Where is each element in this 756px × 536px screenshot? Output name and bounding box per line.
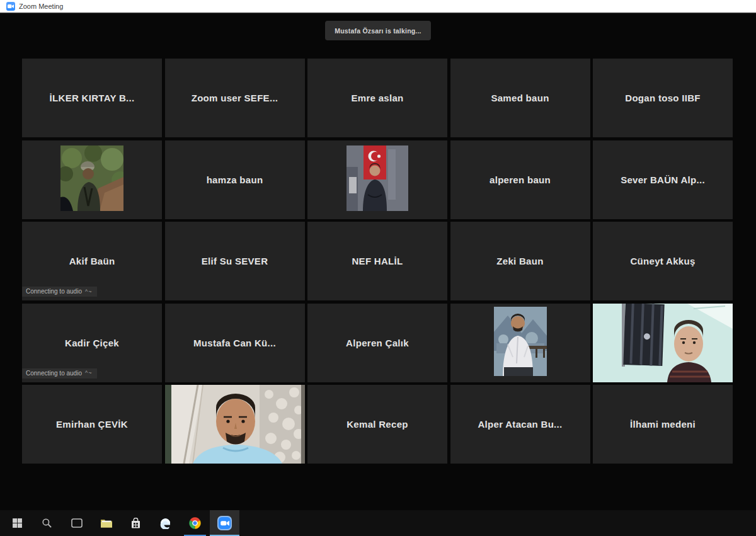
participant-name-label: Kadir Çiçek (65, 338, 119, 348)
file-explorer-icon (100, 518, 113, 528)
taskbar-button-search[interactable] (32, 510, 62, 536)
participant-tile[interactable]: İlhami medeni (593, 385, 733, 464)
participant-tile[interactable]: Alperen Çalık (307, 304, 447, 382)
participant-tile[interactable]: Zoom user SEFE... (165, 59, 305, 137)
participant-name-label: Elif Su SEVER (202, 256, 268, 266)
connecting-spinner-icon: ^~ (85, 288, 92, 295)
participant-tile[interactable]: Mustafa Can Kü... (165, 304, 305, 382)
participant-name-label: Mustafa Can Kü... (193, 338, 276, 348)
man-white-shirt-mountain-avatar (494, 307, 547, 379)
taskbar-button-microsoft-store[interactable] (121, 510, 151, 536)
participant-name-label: Zeki Baun (496, 256, 543, 266)
participant-tile[interactable]: Kemal Recep (307, 385, 447, 464)
participant-tile[interactable]: Samed baun (450, 59, 590, 137)
taskbar-button-task-view[interactable] (62, 510, 91, 536)
taskbar-button-windows-start[interactable] (3, 510, 32, 536)
participant-name-label: Akif Baün (69, 256, 115, 266)
participant-tile[interactable]: Emre aslan (307, 59, 447, 137)
microsoft-store-icon (130, 518, 141, 529)
windows-taskbar (0, 510, 756, 536)
meeting-stage: Mustafa Özsarı is talking... İLKER KIRTA… (0, 14, 756, 510)
participant-tile[interactable]: Cüneyt Akkuş (593, 222, 733, 300)
man-with-cap-outdoors-avatar (60, 145, 123, 214)
participant-name-label: Alperen Çalık (346, 338, 409, 348)
participant-tile[interactable]: İLKER KIRTAY B... (22, 59, 162, 137)
man-blue-hoodie-video (165, 385, 305, 464)
zoom-camera-icon (6, 2, 15, 11)
participant-name-label: alperen baun (490, 174, 551, 185)
taskbar-button-chrome[interactable] (180, 510, 210, 536)
window-title-bar: Zoom Meeting (0, 0, 756, 14)
participant-tile[interactable] (22, 140, 162, 219)
connecting-to-audio-text: Connecting to audio (26, 288, 82, 295)
participant-name-label: Dogan toso IIBF (625, 93, 701, 103)
participant-name-label: Samed baun (491, 93, 549, 103)
zoom-icon (217, 515, 232, 531)
participant-tile[interactable]: alperen baun (450, 140, 590, 219)
participant-tile[interactable]: Emirhan ÇEVİK (22, 385, 162, 464)
participant-tile[interactable]: Sever BAÜN Alp... (593, 140, 733, 219)
participant-tile[interactable] (450, 304, 590, 382)
participant-tile[interactable]: NEF HALİL (307, 222, 447, 300)
windows-start-icon (12, 518, 23, 528)
search-icon (42, 518, 52, 528)
chrome-icon (188, 516, 202, 530)
participant-tile[interactable] (165, 385, 305, 464)
man-in-cyan-room-video (593, 304, 733, 382)
participant-tile[interactable] (593, 304, 733, 382)
participant-name-label: hamza baun (207, 174, 263, 185)
participant-name-label: Zoom user SEFE... (192, 93, 278, 103)
participant-tile[interactable]: hamza baun (165, 140, 305, 219)
connecting-to-audio-status: Connecting to audio^~ (22, 287, 97, 297)
participant-name-label: Cüneyt Akkuş (630, 256, 695, 266)
participant-name-label: Alper Atacan Bu... (478, 419, 562, 430)
connecting-to-audio-text: Connecting to audio (26, 370, 82, 377)
participant-tile[interactable]: Dogan toso IIBF (593, 59, 733, 137)
edge-icon (159, 517, 171, 529)
connecting-spinner-icon: ^~ (85, 370, 92, 376)
taskbar-button-zoom[interactable] (210, 510, 239, 536)
active-speaker-toast: Mustafa Özsarı is talking... (325, 21, 431, 40)
participant-name-label: Emre aslan (351, 93, 403, 103)
task-view-icon (71, 518, 83, 528)
participant-name-label: Emirhan ÇEVİK (56, 419, 128, 430)
window-title: Zoom Meeting (19, 3, 63, 10)
active-speaker-text: Mustafa Özsarı is talking... (335, 27, 421, 35)
man-turkish-flag-avatar (346, 145, 408, 214)
participant-tile[interactable]: Kadir ÇiçekConnecting to audio^~ (22, 304, 162, 382)
taskbar-button-edge[interactable] (151, 510, 180, 536)
participant-name-label: Kemal Recep (346, 419, 408, 430)
participant-tile[interactable]: Alper Atacan Bu... (450, 385, 590, 464)
participant-tile[interactable]: Akif BaünConnecting to audio^~ (22, 222, 162, 300)
participant-name-label: NEF HALİL (352, 256, 403, 266)
participant-tile[interactable] (307, 140, 447, 219)
participant-name-label: Sever BAÜN Alp... (621, 174, 705, 185)
taskbar-button-file-explorer[interactable] (91, 510, 121, 536)
participant-tile[interactable]: Zeki Baun (450, 222, 590, 300)
participant-tile[interactable]: Elif Su SEVER (165, 222, 305, 300)
participant-name-label: İlhami medeni (630, 419, 696, 430)
participant-name-label: İLKER KIRTAY B... (50, 93, 135, 103)
connecting-to-audio-status: Connecting to audio^~ (22, 368, 97, 379)
